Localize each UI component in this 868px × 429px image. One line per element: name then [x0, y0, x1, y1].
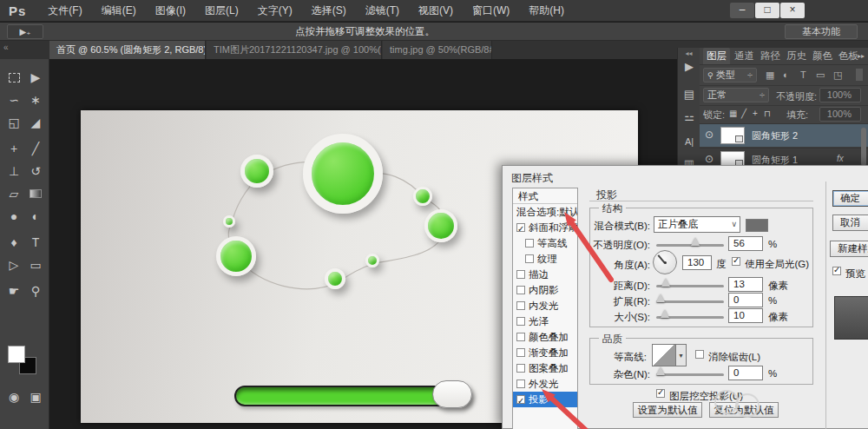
- cancel-button[interactable]: 取消: [832, 214, 868, 231]
- checkbox-icon[interactable]: [525, 254, 534, 263]
- fx-icon[interactable]: fx: [837, 154, 844, 163]
- lock-all-icon[interactable]: ⊓: [764, 109, 771, 118]
- checkbox-icon[interactable]: [516, 395, 525, 404]
- minimize-button[interactable]: –: [730, 3, 754, 18]
- spot-healing-tool[interactable]: +: [4, 139, 23, 158]
- style-item-stroke[interactable]: 描边: [513, 267, 577, 282]
- opacity-value[interactable]: 100%: [819, 88, 861, 102]
- menu-edit[interactable]: 编辑(E): [92, 0, 146, 22]
- style-item-satin[interactable]: 光泽: [513, 314, 577, 329]
- workspace-switcher[interactable]: 基本功能: [785, 24, 858, 39]
- brush-tool[interactable]: ╱: [26, 139, 45, 158]
- style-item-outer-glow[interactable]: 外发光: [513, 376, 577, 392]
- maximize-button[interactable]: □: [755, 3, 779, 18]
- style-item-texture[interactable]: 纹理: [513, 251, 577, 267]
- menu-filter[interactable]: 滤镜(T): [356, 0, 409, 22]
- menu-select[interactable]: 选择(S): [302, 0, 356, 22]
- layer-knockout-checkbox[interactable]: [656, 389, 665, 398]
- eraser-tool[interactable]: ▱: [4, 184, 23, 203]
- character-panel-icon[interactable]: A|: [678, 136, 700, 147]
- path-selection-tool[interactable]: ▷: [4, 255, 23, 274]
- checkbox-icon[interactable]: [516, 270, 525, 279]
- type-tool[interactable]: T: [26, 233, 45, 252]
- magic-wand-tool[interactable]: ∗: [26, 90, 45, 109]
- checkbox-icon[interactable]: [516, 348, 525, 357]
- rectangular-marquee-tool[interactable]: [4, 68, 23, 87]
- angle-input[interactable]: 130: [682, 255, 712, 270]
- foreground-color-swatch[interactable]: [8, 346, 25, 363]
- move-tool-preset-icon[interactable]: ▶₊: [7, 24, 43, 39]
- style-item-color-overlay[interactable]: 颜色叠加: [513, 329, 577, 345]
- distance-input[interactable]: 13: [728, 277, 763, 292]
- contour-dropdown-icon[interactable]: ▾: [676, 344, 687, 366]
- tab-channels[interactable]: 通道: [734, 48, 754, 64]
- style-item-pattern-overlay[interactable]: 图案叠加: [513, 360, 577, 376]
- shadow-blend-mode-select[interactable]: 正片叠底∨: [654, 216, 740, 233]
- distance-slider[interactable]: [656, 285, 724, 287]
- tab-layers[interactable]: 图层: [703, 48, 730, 64]
- layer-filter-combo[interactable]: ⚲ 类型 ÷: [703, 68, 757, 82]
- tab-swatches[interactable]: 色板: [838, 48, 858, 64]
- hand-tool[interactable]: ☛: [4, 281, 23, 300]
- ok-button[interactable]: 确定: [832, 190, 868, 207]
- opacity-input[interactable]: 56: [728, 236, 763, 251]
- style-item-inner-shadow[interactable]: 内阴影: [513, 282, 577, 298]
- pen-tool[interactable]: ♦: [4, 233, 23, 252]
- lasso-tool[interactable]: ∽: [4, 90, 23, 109]
- menu-window[interactable]: 窗口(W): [463, 0, 519, 22]
- lock-pixels-icon[interactable]: ╱: [741, 109, 746, 118]
- menu-type[interactable]: 文字(Y): [248, 0, 302, 22]
- filter-toggle-icon[interactable]: [856, 69, 863, 81]
- crop-tool[interactable]: ◱: [4, 113, 23, 132]
- use-global-light-checkbox[interactable]: [732, 257, 740, 266]
- close-button[interactable]: ×: [780, 3, 805, 18]
- checkbox-icon[interactable]: [516, 223, 525, 232]
- checkbox-icon[interactable]: [516, 317, 525, 326]
- anti-alias-checkbox[interactable]: [695, 350, 704, 359]
- tool-presets-panel-icon[interactable]: ⚍: [678, 110, 700, 123]
- tab-document-1[interactable]: 首页 @ 60.5% (圆角矩形 2, RGB/8) *×: [49, 41, 206, 59]
- tab-paths[interactable]: 路径: [760, 48, 780, 64]
- set-default-button[interactable]: 设置为默认值: [633, 402, 702, 418]
- layers-scrollbar[interactable]: [861, 128, 866, 166]
- angle-dial[interactable]: [653, 250, 677, 274]
- filter-smart-objects-icon[interactable]: ◳: [833, 69, 842, 81]
- tab-history[interactable]: 历史: [786, 48, 806, 64]
- dodge-tool[interactable]: ◐: [26, 207, 45, 226]
- tab-overflow-icon[interactable]: «: [3, 43, 9, 52]
- eye-icon[interactable]: ⊙: [705, 153, 713, 165]
- checkbox-icon[interactable]: [516, 301, 525, 310]
- brush-panel-icon[interactable]: ▤: [678, 88, 700, 101]
- noise-slider[interactable]: [656, 373, 724, 376]
- tab-document-3[interactable]: timg.jpg @ 50%(RGB/8#)×: [383, 41, 492, 59]
- size-input[interactable]: 10: [728, 308, 763, 323]
- preview-checkbox[interactable]: [832, 267, 841, 275]
- checkbox-icon[interactable]: [516, 364, 525, 373]
- opacity-slider[interactable]: [656, 244, 724, 247]
- history-brush-tool[interactable]: ↺: [26, 162, 45, 181]
- spread-input[interactable]: 0: [728, 293, 763, 307]
- menu-file[interactable]: 文件(F): [38, 0, 91, 22]
- menu-layer[interactable]: 图层(L): [195, 0, 248, 22]
- noise-input[interactable]: 0: [728, 366, 763, 380]
- checkbox-icon[interactable]: [516, 333, 525, 341]
- screen-mode-button[interactable]: ▣: [26, 387, 45, 406]
- zoom-tool[interactable]: ⚲: [26, 281, 45, 300]
- menu-help[interactable]: 帮助(H): [519, 0, 574, 22]
- slider-handle[interactable]: [661, 309, 669, 318]
- slider-handle[interactable]: [691, 237, 700, 246]
- slider-handle[interactable]: [656, 294, 665, 302]
- move-tool[interactable]: ▶: [26, 68, 45, 87]
- shape-tool[interactable]: ▭: [26, 255, 45, 274]
- layer-thumbnail[interactable]: [720, 127, 745, 144]
- size-slider[interactable]: [656, 316, 724, 319]
- style-item-drop-shadow[interactable]: 投影: [513, 392, 577, 407]
- quick-mask-button[interactable]: ◉: [4, 387, 23, 406]
- dock-collapse-icon[interactable]: ◂◂: [678, 48, 700, 57]
- menu-image[interactable]: 图像(I): [146, 0, 195, 22]
- filter-shape-layers-icon[interactable]: ▭: [816, 69, 825, 81]
- new-style-button[interactable]: 新建样式...: [830, 241, 868, 257]
- slider-handle[interactable]: [656, 366, 665, 375]
- contour-picker[interactable]: [652, 344, 676, 366]
- style-item-inner-glow[interactable]: 内发光: [513, 298, 577, 314]
